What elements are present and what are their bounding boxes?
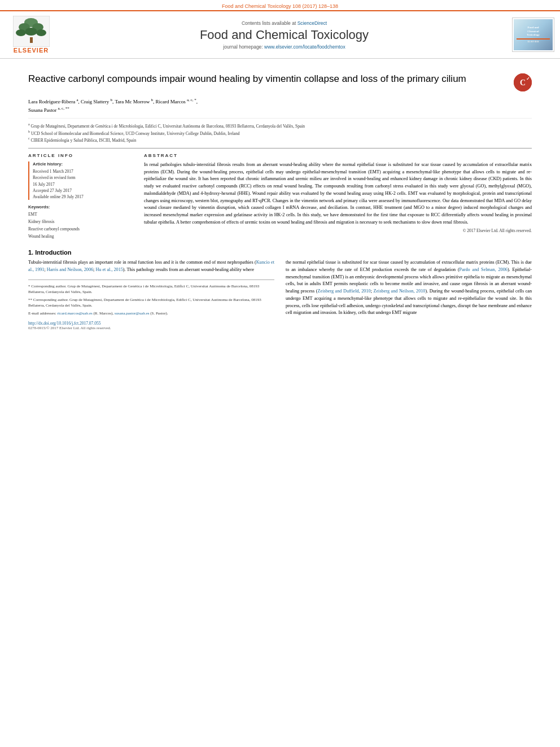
journal-homepage-link[interactable]: www.elsevier.com/locate/foodchemtox xyxy=(264,44,345,50)
intro-text-right: the normal epithelial tissue is substitu… xyxy=(286,259,532,317)
crossmark-icon: C ✓ xyxy=(514,73,532,91)
doi-link[interactable]: http://dx.doi.org/10.1016/j.fct.2017.07.… xyxy=(28,321,100,326)
journal-header-band: ELSEVIER Contents lists available at Sci… xyxy=(0,10,560,59)
affiliation-c: c CIBER Epidemiología y Salud Pública, I… xyxy=(28,136,532,143)
email-pastor-link[interactable]: susana.pastor@uab.es xyxy=(115,311,150,316)
svg-text:✓: ✓ xyxy=(526,76,530,81)
journal-homepage: journal homepage: www.elsevier.com/locat… xyxy=(62,44,506,50)
svg-point-4 xyxy=(16,29,26,36)
revised-label: Received in revised form xyxy=(33,174,133,181)
authors-section: Lara Rodríguez-Ribera a, Craig Slattery … xyxy=(28,97,532,115)
accepted-date: Accepted 27 July 2017 xyxy=(33,187,133,194)
intro-col-left: Tubulo-interstitial fibrosis plays an im… xyxy=(28,259,274,330)
main-content: Reactive carbonyl compounds impair wound… xyxy=(0,59,560,336)
abstract-column: ABSTRACT In renal pathologies tubulo-int… xyxy=(144,153,532,240)
article-info-column: ARTICLE INFO Article history: Received 1… xyxy=(28,153,133,240)
abstract-text: In renal pathologies tubulo-interstitial… xyxy=(144,161,532,226)
svg-text:C: C xyxy=(520,78,526,87)
elsevier-tree-icon xyxy=(13,16,50,47)
footnotes-section: * Corresponding author. Grup de Mutagène… xyxy=(28,279,274,317)
svg-rect-7 xyxy=(30,37,33,43)
email-addresses: E-mail addresses: ricard.marcos@uab.es (… xyxy=(28,311,274,317)
keywords-list: EMT Kidney fibrosis Reactive carbonyl co… xyxy=(28,211,133,240)
article-history-box: Article history: Received 1 March 2017 R… xyxy=(28,161,133,200)
keyword-wound: Wound healing xyxy=(28,233,133,241)
footnote-1: * Corresponding author. Grup de Mutagène… xyxy=(28,283,274,295)
journal-thumbnail: Food andChemicalToxicology ELSEVIER xyxy=(512,18,554,52)
journal-citation: Food and Chemical Toxicology 108 (2017) … xyxy=(0,0,560,10)
online-date: Available online 29 July 2017 xyxy=(33,194,133,200)
svg-point-5 xyxy=(25,28,37,36)
paper-title-text: Reactive carbonyl compounds impair wound… xyxy=(28,72,508,86)
keyword-kidney: Kidney fibrosis xyxy=(28,219,133,226)
elsevier-label: ELSEVIER xyxy=(14,47,49,54)
article-history-label: Article history: xyxy=(33,161,133,167)
intro-columns: Tubulo-interstitial fibrosis plays an im… xyxy=(28,259,532,330)
keyword-rcc: Reactive carbonyl compounds xyxy=(28,226,133,233)
journal-header-center: Contents lists available at ScienceDirec… xyxy=(62,20,506,50)
introduction-section: 1. Introduction Tubulo-interstitial fibr… xyxy=(28,249,532,330)
journal-title: Food and Chemical Toxicology xyxy=(62,28,506,42)
paper-title-section: Reactive carbonyl compounds impair wound… xyxy=(28,72,532,91)
footnote-2: ** Corresponding author. Grup de Mutagèn… xyxy=(28,297,274,309)
section-divider xyxy=(28,148,532,148)
keyword-emt: EMT xyxy=(28,211,133,219)
sciencedirect-link[interactable]: ScienceDirect xyxy=(298,20,327,26)
ref-hu[interactable]: Hu et al., 2015 xyxy=(95,267,123,272)
svg-point-6 xyxy=(36,29,46,36)
keywords-heading: Keywords: xyxy=(28,204,133,209)
ref-zeisberg1[interactable]: Zeisberg and Duffield, 2010 xyxy=(318,289,371,294)
ref-pardo[interactable]: Pardo and Selman, 2006 xyxy=(460,267,508,272)
issn-text: 0278-6915/© 2017 Elsevier Ltd. All right… xyxy=(28,326,274,330)
abstract-heading: ABSTRACT xyxy=(144,153,532,158)
ref-zeisberg2[interactable]: Zeisberg and Neilson, 2010 xyxy=(373,289,425,294)
revised-date: 16 July 2017 xyxy=(33,181,133,187)
affiliation-b: b UCD School of Biomolecular and Biomedi… xyxy=(28,129,532,137)
article-info-heading: ARTICLE INFO xyxy=(28,153,133,158)
ref-harris[interactable]: Harris and Neilson, 2006 xyxy=(47,267,93,272)
affiliations-section: a Grup de Mutagènesi, Departament de Gen… xyxy=(28,118,532,143)
journal-thumb-image: Food andChemicalToxicology ELSEVIER xyxy=(514,19,553,50)
email-marcos-link[interactable]: ricard.marcos@uab.es xyxy=(57,311,92,316)
elsevier-logo: ELSEVIER xyxy=(6,16,56,54)
keywords-section: Keywords: EMT Kidney fibrosis Reactive c… xyxy=(28,204,133,240)
intro-heading: 1. Introduction xyxy=(28,249,532,256)
contents-available-text: Contents lists available at ScienceDirec… xyxy=(62,20,506,26)
received-date: Received 1 March 2017 xyxy=(33,168,133,174)
article-abstract-columns: ARTICLE INFO Article history: Received 1… xyxy=(28,153,532,240)
crossmark-badge: C ✓ xyxy=(514,73,532,91)
affiliation-a: a Grup de Mutagènesi, Departament de Gen… xyxy=(28,122,532,129)
copyright-text: © 2017 Elsevier Ltd. All rights reserved… xyxy=(144,228,532,233)
intro-text-left: Tubulo-interstitial fibrosis plays an im… xyxy=(28,259,274,273)
intro-col-right: the normal epithelial tissue is substitu… xyxy=(286,259,532,330)
